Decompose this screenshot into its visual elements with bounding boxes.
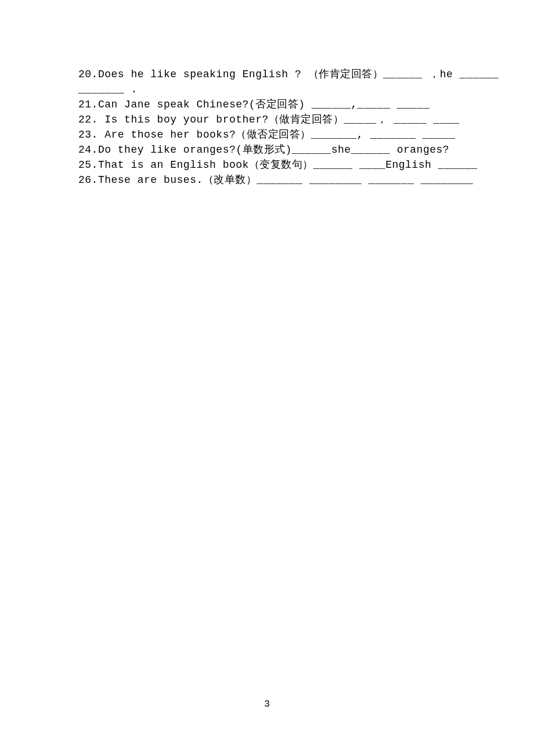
question-24: 24.Do they like oranges?(单数形式)______she_… (78, 142, 464, 157)
question-23: 23. Are those her books?（做否定回答）_______, … (78, 127, 464, 142)
question-21: 21.Can Jane speak Chinese?(否定回答) ______,… (78, 97, 464, 112)
question-20-line2: _______ . (78, 82, 464, 97)
page-number: 3 (0, 699, 534, 710)
question-20-line1: 20.Does he like speaking English ? （作肯定回… (78, 67, 464, 82)
question-25: 25.That is an English book（变复数句）______ _… (78, 157, 464, 172)
question-22: 22. Is this boy your brother?（做肯定回答）____… (78, 112, 464, 127)
document-page: 20.Does he like speaking English ? （作肯定回… (0, 0, 534, 756)
question-26: 26.These are buses.（改单数）_______ ________… (78, 172, 464, 188)
